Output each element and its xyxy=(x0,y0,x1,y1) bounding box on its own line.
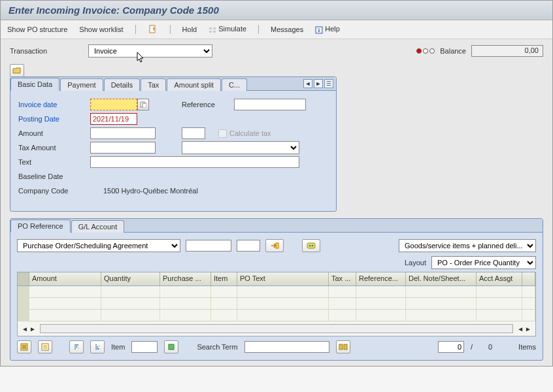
scroll-left-button[interactable]: ◄ xyxy=(22,325,28,333)
col-item[interactable]: Item xyxy=(211,272,237,286)
scroll-right-button[interactable]: ► xyxy=(29,325,36,333)
item-input[interactable] xyxy=(131,341,158,353)
tab-scroll-left-button[interactable]: ◄ xyxy=(303,79,312,88)
divider xyxy=(258,25,259,34)
transaction-label: Transaction xyxy=(10,47,75,55)
header-tabstrip: Basic Data Payment Details Tax Amount sp… xyxy=(10,77,336,91)
table-row[interactable] xyxy=(18,310,535,321)
page-title: Enter Incoming Invoice: Company Code 150… xyxy=(8,5,545,16)
execute-button[interactable] xyxy=(265,239,284,252)
divider xyxy=(170,25,171,34)
col-del-note[interactable]: Del. Note/Sheet... xyxy=(406,272,477,286)
tax-amount-input[interactable] xyxy=(90,142,156,154)
posting-date-input[interactable] xyxy=(90,113,137,125)
svg-rect-4 xyxy=(213,31,216,33)
col-scroll xyxy=(522,272,535,286)
save-parked-icon[interactable] xyxy=(148,24,158,35)
calculate-tax-checkbox[interactable]: Calculate tax xyxy=(218,129,271,138)
item-position-input[interactable] xyxy=(438,341,464,353)
more-options-button[interactable] xyxy=(302,239,320,252)
find-button[interactable] xyxy=(336,340,350,353)
layout-dropdown[interactable]: PO - Order Price Quantity xyxy=(431,256,536,269)
scroll-right2-button[interactable]: ► xyxy=(525,325,531,333)
tab-amount-split[interactable]: Amount split xyxy=(167,78,221,91)
col-reference[interactable]: Reference... xyxy=(356,272,406,286)
invoice-date-input[interactable] xyxy=(90,99,137,110)
svg-rect-19 xyxy=(344,344,347,350)
deselect-all-button[interactable] xyxy=(38,340,52,353)
balance-label: Balance xyxy=(440,47,466,55)
svg-rect-1 xyxy=(209,27,212,29)
col-tax[interactable]: Tax ... xyxy=(329,272,356,286)
search-term-input[interactable] xyxy=(244,341,329,353)
tab-contacts[interactable]: C... xyxy=(222,78,247,91)
app-toolbar: Show PO structure Show worklist Hold Sim… xyxy=(1,20,552,39)
items-tabstrip: PO Reference G/L Account xyxy=(10,219,543,233)
svg-point-12 xyxy=(312,245,314,247)
grid-select-all[interactable] xyxy=(18,272,29,286)
balance-status-light xyxy=(416,48,435,54)
help-link[interactable]: i Help xyxy=(315,25,340,33)
svg-rect-16 xyxy=(43,345,47,349)
svg-text:i: i xyxy=(318,27,320,33)
messages-link: Messages xyxy=(271,25,303,33)
amount-input[interactable] xyxy=(90,127,156,139)
tab-tax[interactable]: Tax xyxy=(141,78,166,91)
posting-date-label: Posting Date xyxy=(18,115,90,123)
col-po-text[interactable]: PO Text xyxy=(237,272,329,286)
tab-payment[interactable]: Payment xyxy=(60,78,103,91)
text-label: Text xyxy=(18,158,90,166)
svg-rect-8 xyxy=(142,103,146,108)
company-code-label: Company Code xyxy=(18,187,103,195)
scroll-left2-button[interactable]: ◄ xyxy=(517,325,524,333)
col-quantity[interactable]: Quantity xyxy=(101,272,160,286)
filter-button[interactable] xyxy=(164,340,178,353)
text-input[interactable] xyxy=(90,156,299,168)
header-panel: Basic Data Payment Details Tax Amount sp… xyxy=(10,76,337,212)
company-code-value: 1500 Hydro-Québec Montréal xyxy=(103,187,198,195)
svg-rect-9 xyxy=(276,243,278,248)
svg-rect-3 xyxy=(213,27,216,29)
tax-amount-label: Tax Amount xyxy=(18,144,90,152)
po-number-input[interactable] xyxy=(186,240,231,252)
amount-label: Amount xyxy=(18,129,90,137)
grid-hscrollbar[interactable] xyxy=(40,324,513,333)
col-amount[interactable]: Amount xyxy=(29,272,101,286)
tab-details[interactable]: Details xyxy=(104,78,141,91)
sort-desc-button[interactable] xyxy=(90,340,105,353)
svg-rect-2 xyxy=(209,31,212,33)
sort-asc-button[interactable] xyxy=(69,340,84,353)
currency-input[interactable] xyxy=(182,127,205,139)
po-type-dropdown[interactable]: Purchase Order/Scheduling Agreement xyxy=(17,239,180,252)
show-worklist-link[interactable]: Show worklist xyxy=(79,25,123,33)
invoice-date-help-button[interactable] xyxy=(137,99,149,110)
hold-link[interactable]: Hold xyxy=(182,25,197,33)
tab-po-reference[interactable]: PO Reference xyxy=(10,220,71,233)
balance-value: 0,00 xyxy=(471,45,543,57)
layout-label: Layout xyxy=(405,259,426,267)
tab-basic-data[interactable]: Basic Data xyxy=(10,78,59,91)
goods-services-dropdown[interactable]: Goods/service items + planned deli... xyxy=(399,239,536,252)
table-row[interactable] xyxy=(18,286,535,298)
divider xyxy=(135,25,136,34)
tab-scroll-right-button[interactable]: ► xyxy=(314,79,323,88)
reference-input[interactable] xyxy=(234,99,306,110)
tab-list-button[interactable]: ☰ xyxy=(324,79,333,88)
col-purchase[interactable]: Purchase ... xyxy=(160,272,211,286)
tab-gl-account[interactable]: G/L Account xyxy=(71,220,125,233)
baseline-date-label: Baseline Date xyxy=(18,172,90,180)
col-acct-assgt[interactable]: Acct Assgt xyxy=(477,272,522,286)
title-bar: Enter Incoming Invoice: Company Code 150… xyxy=(1,1,552,20)
item-sep: / xyxy=(471,343,473,351)
show-po-structure-link[interactable]: Show PO structure xyxy=(7,25,67,33)
transaction-dropdown[interactable]: Invoice xyxy=(88,44,212,57)
worklist-toggle-button[interactable] xyxy=(10,64,24,77)
tax-code-dropdown[interactable] xyxy=(182,141,299,154)
item-label: Item xyxy=(111,343,125,351)
table-row[interactable] xyxy=(18,298,535,310)
item-total: 0 xyxy=(479,343,492,351)
select-all-button[interactable] xyxy=(17,340,31,353)
svg-point-11 xyxy=(309,245,311,247)
simulate-link: Simulate xyxy=(209,25,246,33)
po-item-input[interactable] xyxy=(237,240,260,252)
